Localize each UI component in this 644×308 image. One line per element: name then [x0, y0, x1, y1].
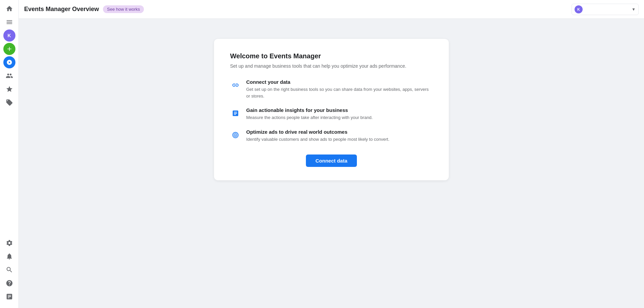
content-area: Welcome to Events Manager Set up and man… [19, 19, 644, 308]
optimize-icon [230, 130, 241, 140]
sidebar-item-settings[interactable] [3, 237, 15, 249]
sidebar-item-goals[interactable] [3, 83, 15, 95]
see-how-button[interactable]: See how it works [103, 5, 144, 13]
feature-insights-title: Gain actionable insights for your busine… [246, 107, 433, 113]
connect-data-button[interactable]: Connect data [306, 155, 357, 167]
sidebar-item-avatar[interactable]: K [3, 29, 15, 42]
sidebar-item-offers[interactable] [3, 97, 15, 109]
feature-optimize-text: Optimize ads to drive real world outcome… [246, 129, 433, 143]
sidebar-item-events[interactable] [3, 56, 15, 68]
feature-connect-data-desc: Get set up on the right business tools s… [246, 86, 433, 99]
cta-wrapper: Connect data [230, 155, 433, 167]
account-avatar: K [575, 5, 583, 13]
welcome-card: Welcome to Events Manager Set up and man… [214, 39, 449, 180]
page-title: Events Manager Overview [24, 6, 99, 13]
sidebar-item-menu[interactable] [3, 16, 15, 28]
sidebar-item-search[interactable] [3, 264, 15, 276]
topbar-right: K ▼ [572, 4, 639, 15]
feature-optimize-title: Optimize ads to drive real world outcome… [246, 129, 433, 135]
card-title: Welcome to Events Manager [230, 52, 433, 60]
sidebar-item-help[interactable] [3, 277, 15, 289]
main-area: Events Manager Overview See how it works… [19, 0, 644, 308]
feature-connect-data-title: Connect your data [246, 79, 433, 85]
sidebar: K [0, 0, 19, 308]
chevron-down-icon: ▼ [632, 7, 636, 12]
feature-insights: Gain actionable insights for your busine… [230, 107, 433, 121]
account-selector[interactable]: K ▼ [572, 4, 639, 15]
sidebar-item-home[interactable] [3, 3, 15, 15]
feature-insights-text: Gain actionable insights for your busine… [246, 107, 433, 121]
sidebar-item-add[interactable] [3, 43, 15, 55]
sidebar-item-notifications[interactable] [3, 250, 15, 262]
feature-insights-desc: Measure the actions people take after in… [246, 114, 433, 121]
feature-optimize: Optimize ads to drive real world outcome… [230, 129, 433, 143]
feature-connect-data-text: Connect your data Get set up on the righ… [246, 79, 433, 99]
insights-icon [230, 108, 241, 119]
sidebar-item-audience[interactable] [3, 70, 15, 82]
feature-list: Connect your data Get set up on the righ… [230, 79, 433, 142]
feature-connect-data: Connect your data Get set up on the righ… [230, 79, 433, 99]
link-icon [230, 80, 241, 90]
feature-optimize-desc: Identify valuable customers and show ads… [246, 136, 433, 143]
card-subtitle: Set up and manage business tools that ca… [230, 63, 433, 70]
topbar: Events Manager Overview See how it works… [19, 0, 644, 19]
sidebar-item-pages[interactable] [3, 291, 15, 303]
